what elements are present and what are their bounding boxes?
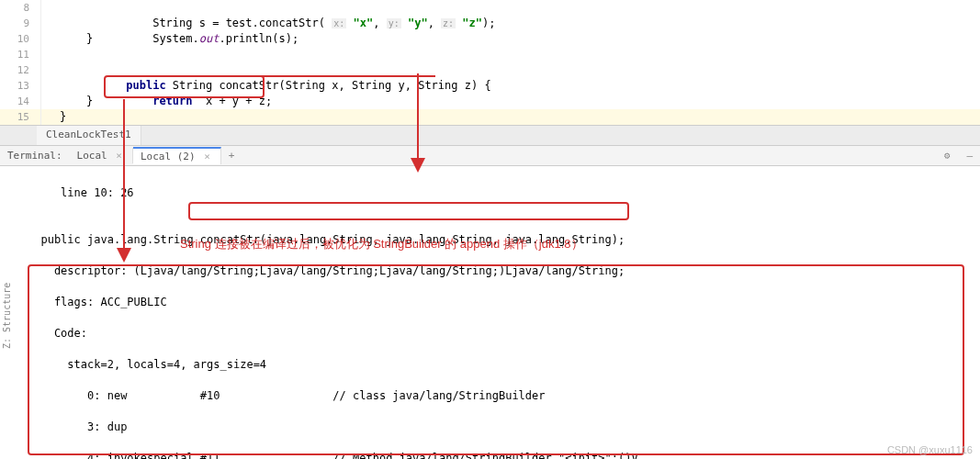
output-line: 3: dup [28, 420, 980, 435]
terminal-tab-local[interactable]: Local × [70, 148, 133, 163]
terminal-label: Terminal: [0, 150, 70, 162]
code-editor[interactable]: 8 String s = test.concatStr( x: "x", y: … [0, 0, 980, 126]
output-line: stack=2, locals=4, args_size=4 [28, 357, 980, 373]
param-hint: z: [441, 18, 456, 28]
output-line: line 10: 26 [28, 185, 980, 201]
close-icon[interactable]: × [201, 151, 213, 162]
terminal-tabs-bar: Terminal: Local × Local (2) × + ⚙ — [0, 146, 980, 166]
static-field: out [199, 32, 220, 45]
param-hint: y: [387, 18, 401, 28]
file-tab[interactable]: CleanLockTest1 [37, 126, 141, 145]
code-line[interactable]: } [41, 31, 93, 47]
line-number: 13 [0, 78, 41, 94]
line-number: 14 [0, 94, 41, 109]
string-literal: "z" [462, 17, 482, 29]
add-terminal-button[interactable]: + [221, 150, 242, 162]
annotation-underline [183, 75, 435, 77]
code-line[interactable]: } [41, 109, 66, 125]
terminal-tab-local2[interactable]: Local (2) × [133, 147, 221, 164]
output-line: flags: ACC_PUBLIC [28, 295, 980, 310]
close-icon[interactable]: × [113, 150, 125, 162]
keyword: return [152, 95, 192, 107]
code-line[interactable]: } [41, 94, 93, 109]
code-line[interactable]: return x + y + z; [41, 78, 272, 94]
line-number: 12 [0, 62, 41, 78]
code-line[interactable]: System.out.println(s); [41, 16, 299, 31]
output-line: Code: [28, 326, 980, 341]
watermark: CSDN @xuxu1116 [887, 444, 973, 455]
terminal-output[interactable]: line 10: 26 public java.lang.String conc… [0, 166, 980, 459]
gear-icon[interactable]: ⚙ [935, 150, 960, 162]
output-line: descriptor: (Ljava/lang/String;Ljava/lan… [28, 263, 980, 279]
code-line[interactable]: String s = test.concatStr( x: "x", y: "y… [41, 0, 496, 16]
line-number: 9 [0, 16, 41, 31]
string-literal: "x" [354, 17, 374, 29]
code-line[interactable] [41, 47, 60, 62]
line-number: 11 [0, 47, 41, 62]
structure-tool-window-button[interactable]: Z: Structure [2, 283, 12, 349]
output-line: 0: new #10 // class java/lang/StringBuil… [28, 388, 980, 404]
output-line: 4: invokespecial #11 // Method java/lang… [28, 451, 980, 459]
line-number: 15 [0, 109, 41, 125]
line-number: 8 [0, 0, 41, 16]
line-number: 10 [0, 31, 41, 47]
output-line: public java.lang.String concatStr(java.l… [28, 232, 980, 248]
param-hint: x: [332, 18, 346, 28]
editor-tabs: CleanLockTest1 [0, 126, 980, 146]
hide-icon[interactable]: — [959, 150, 980, 162]
string-literal: "y" [408, 17, 428, 29]
